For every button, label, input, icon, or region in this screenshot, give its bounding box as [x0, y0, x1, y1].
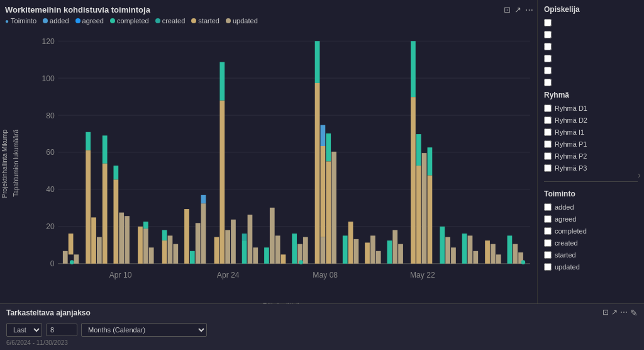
svg-rect-90: [508, 235, 513, 263]
legend-row: ● Toiminto added agreed completed: [0, 16, 537, 27]
svg-rect-34: [168, 235, 173, 263]
svg-rect-40: [201, 195, 206, 203]
toiminto-created-check[interactable]: [544, 239, 552, 247]
more-icon[interactable]: ⋯: [525, 5, 533, 14]
svg-rect-56: [303, 237, 308, 264]
svg-rect-28: [138, 227, 143, 264]
svg-rect-46: [242, 240, 247, 264]
svg-rect-44: [225, 230, 230, 263]
ryhma-p2[interactable]: Ryhmä P2: [544, 152, 638, 160]
svg-rect-22: [103, 135, 108, 163]
svg-rect-89: [496, 254, 501, 263]
opiskelija-checkbox-6[interactable]: [544, 79, 638, 86]
opiskelija-check-6[interactable]: [544, 79, 552, 86]
svg-rect-70: [376, 251, 381, 264]
svg-text:100: 100: [42, 74, 54, 83]
ryhma-d2[interactable]: Ryhmä D2: [544, 116, 638, 124]
svg-rect-67: [354, 239, 359, 264]
ryhma-p1-check[interactable]: [544, 140, 552, 148]
ryhma-p2-label: Ryhmä P2: [555, 152, 587, 160]
svg-rect-54: [292, 234, 297, 264]
svg-rect-52: [275, 235, 280, 263]
toiminto-agreed-label: agreed: [555, 215, 576, 223]
period-select[interactable]: Last Next This: [6, 323, 42, 337]
ryhma-p3[interactable]: Ryhmä P3: [544, 164, 638, 172]
opiskelija-check-1[interactable]: [544, 19, 552, 26]
period-number-input[interactable]: [46, 324, 77, 336]
svg-rect-69: [370, 235, 375, 263]
svg-point-95: [521, 260, 526, 264]
ryhma-title: Ryhmä: [544, 91, 638, 99]
toiminto-added-check[interactable]: [544, 203, 552, 211]
opiskelija-checkbox-5[interactable]: [544, 67, 638, 74]
bottom-more-icon[interactable]: ⋯: [620, 308, 628, 318]
toiminto-created[interactable]: created: [544, 239, 638, 247]
bottom-controls: Last Next This Months (Calendar) Days (C…: [6, 323, 638, 337]
export-icon[interactable]: ↗: [514, 5, 521, 14]
ryhma-p3-label: Ryhmä P3: [555, 164, 587, 172]
opiskelija-check-3[interactable]: [544, 43, 552, 50]
ryhma-p3-check[interactable]: [544, 164, 552, 172]
toiminto-agreed[interactable]: agreed: [544, 215, 638, 223]
main-container: Workitemeihin kohdistuvia toimintoja ⊡ ↗…: [0, 0, 644, 350]
svg-rect-18: [86, 132, 91, 150]
opiskelija-checkbox-3[interactable]: [544, 43, 638, 50]
toiminto-added[interactable]: added: [544, 203, 638, 211]
chart-title-icons: ⊡ ↗ ⋯: [504, 5, 533, 14]
filter-icon[interactable]: ⊡: [504, 5, 511, 14]
legend-label-agreed: agreed: [82, 17, 104, 25]
ryhma-d2-check[interactable]: [544, 116, 552, 124]
bottom-filter-icons: ⊡ ↗ ⋯ ✎: [602, 308, 638, 318]
svg-rect-51: [270, 208, 275, 264]
panel-expand-handle[interactable]: ›: [638, 170, 644, 180]
ryhma-d1-label: Ryhmä D1: [555, 104, 587, 112]
ryhma-d2-label: Ryhmä D2: [555, 116, 587, 124]
opiskelija-check-5[interactable]: [544, 67, 552, 74]
legend-added: added: [43, 17, 69, 25]
opiskelija-checkbox-1[interactable]: [544, 19, 638, 26]
opiskelija-check-4[interactable]: [544, 55, 552, 62]
opiskelija-check-2[interactable]: [544, 31, 552, 38]
ryhma-d1[interactable]: Ryhmä D1: [544, 104, 638, 112]
ryhma-p2-check[interactable]: [544, 152, 552, 160]
legend-toiminto: ● Toiminto: [5, 17, 36, 25]
svg-rect-29: [143, 222, 148, 229]
toiminto-completed-check[interactable]: [544, 227, 552, 235]
ryhma-p1-label: Ryhmä P1: [555, 140, 587, 148]
y-axis-label-secondary: Projektinhallinta Mikump: [0, 130, 11, 198]
chart-title-row: Workitemeihin kohdistuvia toimintoja ⊡ ↗…: [0, 4, 537, 16]
eraser-icon[interactable]: ✎: [630, 308, 638, 318]
opiskelija-checkbox-4[interactable]: [544, 55, 638, 62]
calendar-select[interactable]: Months (Calendar) Days (Calendar) Weeks …: [81, 323, 207, 337]
svg-text:60: 60: [46, 148, 55, 157]
toiminto-started-check[interactable]: [544, 251, 552, 259]
toiminto-updated[interactable]: updated: [544, 263, 638, 271]
toiminto-updated-check[interactable]: [544, 263, 552, 271]
svg-point-94: [299, 260, 303, 264]
top-section: Workitemeihin kohdistuvia toimintoja ⊡ ↗…: [0, 0, 644, 303]
toiminto-started[interactable]: started: [544, 251, 638, 259]
toiminto-agreed-check[interactable]: [544, 215, 552, 223]
bottom-filter-icon[interactable]: ⊡: [602, 308, 609, 318]
bottom-export-icon[interactable]: ↗: [611, 308, 618, 318]
svg-rect-65: [343, 235, 348, 263]
svg-rect-59: [321, 237, 326, 264]
ryhma-i1-check[interactable]: [544, 128, 552, 136]
opiskelija-checkbox-2[interactable]: [544, 31, 638, 38]
svg-rect-61: [321, 146, 326, 237]
svg-rect-31: [149, 247, 154, 264]
svg-rect-15: [63, 251, 68, 264]
svg-rect-77: [416, 166, 421, 264]
legend-dot-updated: [226, 18, 231, 23]
svg-text:May 08: May 08: [313, 271, 338, 279]
svg-rect-21: [97, 237, 102, 264]
toiminto-completed[interactable]: completed: [544, 227, 638, 235]
ryhma-d1-check[interactable]: [544, 104, 552, 112]
legend-label-toiminto: Toiminto: [11, 17, 36, 25]
ryhma-i1[interactable]: Ryhmä I1: [544, 128, 638, 136]
svg-rect-78: [422, 153, 427, 264]
svg-rect-75: [411, 97, 416, 264]
ryhma-p1[interactable]: Ryhmä P1: [544, 140, 638, 148]
legend-completed: completed: [110, 17, 149, 25]
svg-point-93: [70, 260, 74, 264]
